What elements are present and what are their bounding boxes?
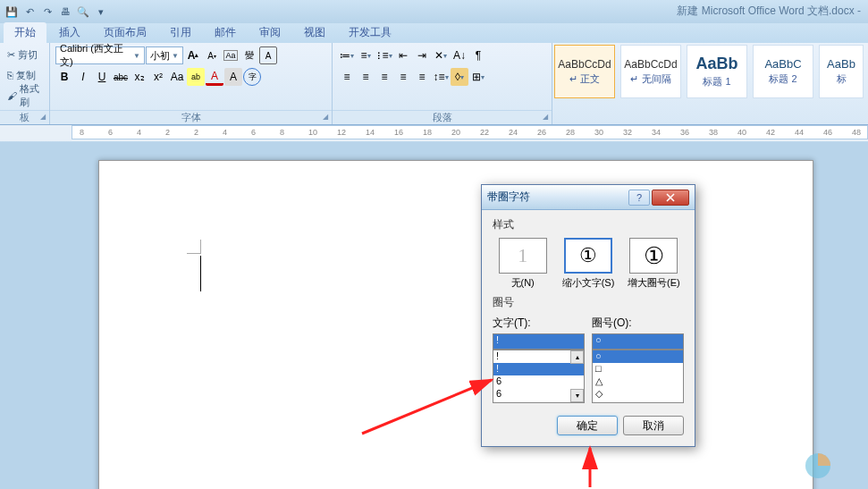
title-bar: 💾 ↶ ↷ 🖶 🔍 ▾ 新建 Microsoft Office Word 文档.…	[0, 0, 868, 23]
shrink-font-button[interactable]: A▾	[203, 46, 221, 64]
underline-button[interactable]: U	[93, 68, 111, 86]
qat-save-icon[interactable]: 💾	[4, 4, 20, 20]
font-color-button[interactable]: A	[206, 68, 223, 86]
font-name-combo[interactable]: Calibri (西文正文)▼	[55, 46, 145, 64]
tab-page-layout[interactable]: 页面布局	[93, 22, 157, 43]
subscript-button[interactable]: x₂	[131, 68, 148, 86]
margin-corner-icon	[187, 240, 201, 254]
tab-view[interactable]: 视图	[293, 22, 336, 43]
quick-access-toolbar: 💾 ↶ ↷ 🖶 🔍 ▾	[4, 4, 109, 20]
align-left-button[interactable]: ≡	[338, 68, 356, 86]
list-item[interactable]: □	[593, 363, 683, 375]
list-item[interactable]: !	[493, 363, 584, 375]
scroll-up-button[interactable]: ▴	[570, 350, 584, 364]
align-right-button[interactable]: ≡	[375, 68, 393, 86]
superscript-button[interactable]: x²	[149, 68, 167, 86]
ok-button[interactable]: 确定	[557, 416, 618, 435]
bold-button[interactable]: B	[55, 68, 73, 86]
list-item[interactable]: △	[593, 375, 683, 388]
watermark-icon	[800, 448, 863, 484]
shading-button[interactable]: ◊▾	[451, 68, 468, 86]
distributed-button[interactable]: ≡	[413, 68, 431, 86]
ruler-mark: 6	[108, 128, 113, 137]
ruler-mark: 10	[308, 128, 317, 137]
list-item[interactable]: ◇	[593, 388, 683, 400]
text-input[interactable]: !	[493, 333, 585, 350]
ruler-mark: 26	[537, 128, 546, 137]
qat-preview-icon[interactable]: 🔍	[75, 4, 91, 20]
char-border-button[interactable]: A	[259, 46, 277, 64]
ruler-mark: 6	[251, 128, 256, 137]
decrease-indent-button[interactable]: ⇤	[394, 46, 412, 64]
clear-format-button[interactable]: Aa	[222, 46, 240, 64]
circle-list[interactable]: ○ □ △ ◇	[592, 350, 684, 403]
dialog-help-button[interactable]: ?	[628, 190, 650, 206]
tab-references[interactable]: 引用	[159, 22, 202, 43]
change-case-button[interactable]: Aa	[168, 68, 186, 86]
justify-button[interactable]: ≡	[394, 68, 412, 86]
phonetic-guide-button[interactable]: 變	[240, 46, 258, 64]
style-title[interactable]: AaBb 标	[819, 45, 864, 98]
qat-undo-icon[interactable]: ↶	[21, 4, 38, 20]
show-marks-button[interactable]: ¶	[469, 46, 487, 64]
style-heading2[interactable]: AaBbC 标题 2	[753, 45, 813, 98]
style-normal[interactable]: AaBbCcDd ↵ 正文	[554, 45, 615, 98]
chevron-down-icon: ▼	[172, 52, 179, 60]
align-center-button[interactable]: ≡	[357, 68, 375, 86]
style-none-preview: 1	[499, 238, 547, 274]
style-enlarge-option[interactable]: ① 增大圈号(E)	[624, 238, 684, 290]
strike-button[interactable]: abc	[112, 68, 130, 86]
grow-font-button[interactable]: A▴	[184, 46, 202, 64]
format-painter-button[interactable]: 🖌格式刷	[4, 86, 46, 105]
circle-input[interactable]: ○	[592, 333, 684, 350]
style-no-spacing[interactable]: AaBbCcDd ↵ 无间隔	[620, 45, 681, 98]
ruler-mark: 20	[451, 128, 460, 137]
ruler-mark: 12	[337, 128, 346, 137]
style-options: 1 无(N) ① 缩小文字(S) ① 增大圈号(E)	[493, 238, 684, 290]
dialog-close-button[interactable]	[652, 190, 689, 206]
increase-indent-button[interactable]: ⇥	[413, 46, 431, 64]
asian-layout-button[interactable]: ✕▾	[432, 46, 450, 64]
italic-button[interactable]: I	[74, 68, 92, 86]
font-size-combo[interactable]: 小初▼	[146, 46, 183, 64]
horizontal-ruler[interactable]: 8642246810121416182022242628303234363840…	[72, 125, 868, 139]
bullets-button[interactable]: ≔▾	[338, 46, 356, 64]
tab-review[interactable]: 审阅	[249, 22, 291, 43]
enclosed-char-button[interactable]: 字	[243, 68, 261, 86]
cancel-button[interactable]: 取消	[623, 416, 684, 435]
style-heading1[interactable]: AaBb 标题 1	[687, 45, 747, 98]
list-item[interactable]: 6	[493, 375, 584, 388]
qat-menu-icon[interactable]: ▾	[93, 4, 109, 20]
qat-redo-icon[interactable]: ↷	[39, 4, 55, 20]
clipboard-group-label: 板	[0, 110, 49, 124]
list-item[interactable]: ○	[593, 350, 683, 363]
ruler-mark: 18	[423, 128, 432, 137]
circle-field-label: 圈号(O):	[592, 316, 684, 331]
multilevel-button[interactable]: ⫶≡▾	[375, 46, 393, 64]
text-list[interactable]: ! ! 6 6 ▴ ▾	[493, 350, 585, 403]
document-page[interactable]	[98, 160, 813, 489]
highlight-button[interactable]: ab	[187, 68, 205, 86]
numbering-button[interactable]: ≡▾	[357, 46, 375, 64]
ruler-mark: 32	[623, 128, 632, 137]
scroll-down-button[interactable]: ▾	[570, 389, 584, 402]
char-shading-button[interactable]: A	[224, 68, 242, 86]
style-section-label: 样式	[493, 217, 684, 232]
tab-developer[interactable]: 开发工具	[338, 22, 402, 43]
tab-mailings[interactable]: 邮件	[204, 22, 247, 43]
qat-print-icon[interactable]: 🖶	[57, 4, 73, 20]
clipboard-group: ✂剪切 ⎘复制 🖌格式刷 板	[0, 43, 50, 124]
line-spacing-button[interactable]: ↕≡▾	[432, 68, 450, 86]
font-group-label: 字体	[50, 110, 332, 124]
cut-button[interactable]: ✂剪切	[4, 45, 46, 64]
sort-button[interactable]: A↓	[451, 46, 468, 64]
dialog-titlebar[interactable]: 带圈字符 ?	[482, 185, 695, 210]
ruler-mark: 8	[80, 128, 84, 137]
tab-insert[interactable]: 插入	[48, 22, 91, 43]
style-shrink-option[interactable]: ① 缩小文字(S)	[558, 238, 618, 290]
tab-home[interactable]: 开始	[4, 22, 46, 43]
window-title: 新建 Microsoft Office Word 文档.docx -	[677, 4, 861, 19]
borders-button[interactable]: ⊞▾	[469, 68, 487, 86]
style-none-option[interactable]: 1 无(N)	[493, 238, 552, 290]
ruler-mark: 8	[280, 128, 284, 137]
